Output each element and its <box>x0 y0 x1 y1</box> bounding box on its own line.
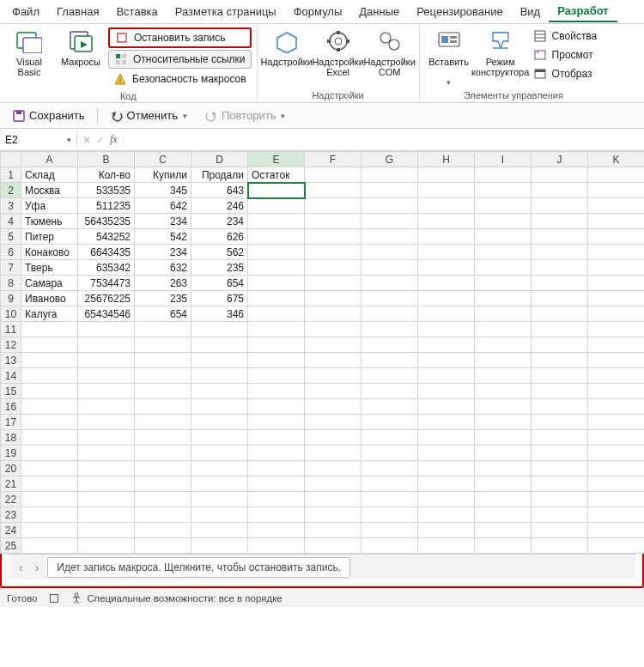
cell-C2[interactable]: 345 <box>135 183 191 198</box>
cell-E16[interactable] <box>248 399 305 415</box>
cell-F10[interactable] <box>305 306 361 322</box>
cell-K12[interactable] <box>588 337 645 353</box>
cell-D8[interactable]: 654 <box>191 276 248 291</box>
cell-E13[interactable] <box>248 353 305 368</box>
cell-C19[interactable] <box>135 446 191 461</box>
accept-formula-icon[interactable]: ✓ <box>96 134 105 146</box>
cell-E2[interactable] <box>248 183 305 198</box>
cell-G15[interactable] <box>361 384 418 399</box>
tab-file[interactable]: Файл <box>3 2 48 21</box>
col-header-H[interactable]: H <box>418 152 475 167</box>
cell-B17[interactable] <box>78 415 135 430</box>
name-box[interactable]: ▾ <box>0 134 77 146</box>
name-box-input[interactable] <box>5 134 57 146</box>
row-header-15[interactable]: 15 <box>1 384 21 399</box>
addins-button[interactable]: Надстройки <box>263 26 311 77</box>
cell-C15[interactable] <box>135 384 191 399</box>
stop-recording-button[interactable]: Остановить запись <box>108 27 252 48</box>
cell-C25[interactable] <box>135 538 191 554</box>
cell-G19[interactable] <box>361 446 418 461</box>
cell-E23[interactable] <box>248 507 305 523</box>
cell-A13[interactable] <box>21 353 78 368</box>
cell-D23[interactable] <box>191 507 248 523</box>
cell-B8[interactable]: 7534473 <box>78 276 135 291</box>
cell-A5[interactable]: Питер <box>21 229 78 245</box>
cell-A22[interactable] <box>21 492 78 507</box>
row-header-23[interactable]: 23 <box>1 507 21 523</box>
cell-K16[interactable] <box>588 399 645 415</box>
cell-H3[interactable] <box>418 198 475 214</box>
cell-C24[interactable] <box>135 523 191 538</box>
worksheet-grid[interactable]: ABCDEFGHIJK1СкладКол-воКупилиПродалиОста… <box>0 151 644 554</box>
cell-E22[interactable] <box>248 492 305 507</box>
cell-D24[interactable] <box>191 523 248 538</box>
cell-I16[interactable] <box>475 399 532 415</box>
cell-D7[interactable]: 235 <box>191 260 248 276</box>
cell-H7[interactable] <box>418 260 475 276</box>
cell-K15[interactable] <box>588 384 645 399</box>
cell-I23[interactable] <box>475 507 532 523</box>
cell-F17[interactable] <box>305 415 361 430</box>
cell-E17[interactable] <box>248 415 305 430</box>
cell-C1[interactable]: Купили <box>135 167 191 183</box>
cell-E10[interactable] <box>248 306 305 322</box>
row-header-5[interactable]: 5 <box>1 229 21 245</box>
cell-H25[interactable] <box>418 538 475 554</box>
cell-E7[interactable] <box>248 260 305 276</box>
cell-C20[interactable] <box>135 461 191 476</box>
row-header-7[interactable]: 7 <box>1 260 21 276</box>
design-mode-button[interactable]: Режим конструктора <box>477 26 525 77</box>
cell-G25[interactable] <box>361 538 418 554</box>
cell-D10[interactable]: 346 <box>191 306 248 322</box>
cell-C7[interactable]: 632 <box>135 260 191 276</box>
col-header-A[interactable]: A <box>21 152 78 167</box>
col-header-C[interactable]: C <box>135 152 191 167</box>
cell-A8[interactable]: Самара <box>21 276 78 291</box>
cell-I15[interactable] <box>475 384 532 399</box>
accessibility-status[interactable]: Специальные возможности: все в порядке <box>70 592 283 604</box>
cell-K17[interactable] <box>588 415 645 430</box>
cell-F23[interactable] <box>305 507 361 523</box>
cell-G4[interactable] <box>361 214 418 229</box>
cell-C5[interactable]: 542 <box>135 229 191 245</box>
com-addins-button[interactable]: Надстройки COM <box>366 26 414 77</box>
cell-G7[interactable] <box>361 260 418 276</box>
cell-G13[interactable] <box>361 353 418 368</box>
row-header-10[interactable]: 10 <box>1 306 21 322</box>
cell-K24[interactable] <box>588 523 645 538</box>
fx-icon[interactable]: fx <box>110 133 118 146</box>
cell-I8[interactable] <box>475 276 532 291</box>
cell-F13[interactable] <box>305 353 361 368</box>
cell-B3[interactable]: 511235 <box>78 198 135 214</box>
cell-I5[interactable] <box>475 229 532 245</box>
relative-references-button[interactable]: Относительные ссылки <box>108 50 252 69</box>
cell-D25[interactable] <box>191 538 248 554</box>
cell-F7[interactable] <box>305 260 361 276</box>
cell-F9[interactable] <box>305 291 361 306</box>
cell-H14[interactable] <box>418 368 475 384</box>
row-header-12[interactable]: 12 <box>1 337 21 353</box>
cell-I13[interactable] <box>475 353 532 368</box>
cell-J3[interactable] <box>532 198 588 214</box>
cell-B16[interactable] <box>78 399 135 415</box>
cell-J22[interactable] <box>532 492 588 507</box>
cell-A17[interactable] <box>21 415 78 430</box>
cell-J8[interactable] <box>532 276 588 291</box>
row-header-9[interactable]: 9 <box>1 291 21 306</box>
cell-J23[interactable] <box>532 507 588 523</box>
cell-I6[interactable] <box>475 245 532 260</box>
col-header-I[interactable]: I <box>475 152 532 167</box>
cell-J4[interactable] <box>532 214 588 229</box>
cell-G1[interactable] <box>361 167 418 183</box>
cell-J24[interactable] <box>532 523 588 538</box>
cell-H23[interactable] <box>418 507 475 523</box>
cell-G3[interactable] <box>361 198 418 214</box>
cell-A15[interactable] <box>21 384 78 399</box>
cell-J15[interactable] <box>532 384 588 399</box>
cell-E20[interactable] <box>248 461 305 476</box>
cell-A10[interactable]: Калуга <box>21 306 78 322</box>
cell-C9[interactable]: 235 <box>135 291 191 306</box>
cell-B22[interactable] <box>78 492 135 507</box>
cell-G14[interactable] <box>361 368 418 384</box>
cell-B5[interactable]: 543252 <box>78 229 135 245</box>
